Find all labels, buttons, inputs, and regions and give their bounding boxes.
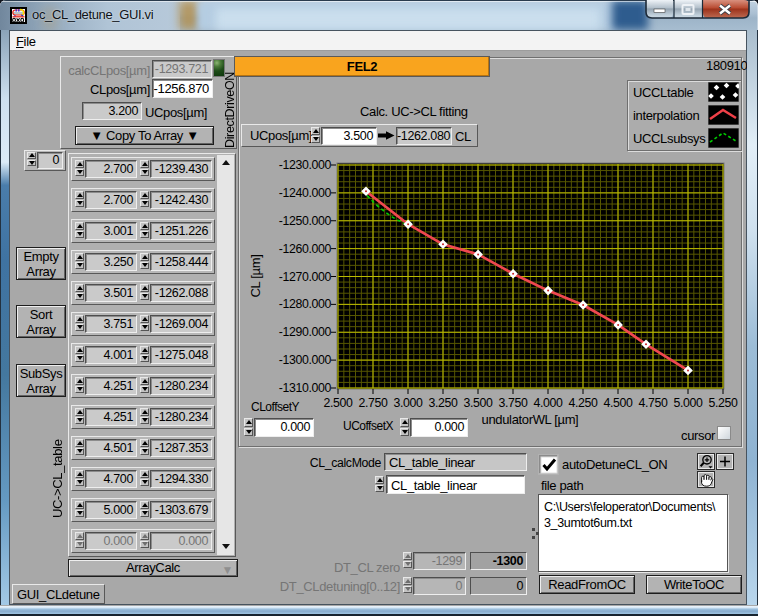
svg-text:4.500: 4.500	[603, 396, 633, 410]
svg-text:3.250: 3.250	[428, 396, 458, 410]
svg-text:undulatorWL [µm]: undulatorWL [µm]	[482, 412, 579, 427]
svg-text:2.500: 2.500	[323, 396, 353, 410]
svg-text:5.250: 5.250	[708, 396, 738, 410]
svg-text:-1270.000: -1270.000	[279, 270, 332, 284]
svg-text:3.500: 3.500	[463, 396, 493, 410]
svg-text:4.000: 4.000	[533, 396, 563, 410]
svg-text:4.750: 4.750	[638, 396, 668, 410]
svg-text:2.750: 2.750	[358, 396, 388, 410]
svg-text:-1300.000: -1300.000	[279, 353, 332, 367]
svg-text:3.750: 3.750	[498, 396, 528, 410]
svg-text:-1280.000: -1280.000	[279, 297, 332, 311]
svg-text:-1250.000: -1250.000	[279, 214, 332, 228]
svg-text:4.250: 4.250	[568, 396, 598, 410]
svg-text:5.000: 5.000	[673, 396, 703, 410]
svg-text:-1310.000: -1310.000	[279, 381, 332, 395]
svg-text:3.000: 3.000	[393, 396, 423, 410]
svg-text:CL [µm]: CL [µm]	[248, 255, 263, 298]
svg-text:-1240.000: -1240.000	[279, 186, 332, 200]
svg-text:-1260.000: -1260.000	[279, 242, 332, 256]
svg-text:-1230.000: -1230.000	[279, 158, 332, 172]
svg-text:-1290.000: -1290.000	[279, 325, 332, 339]
